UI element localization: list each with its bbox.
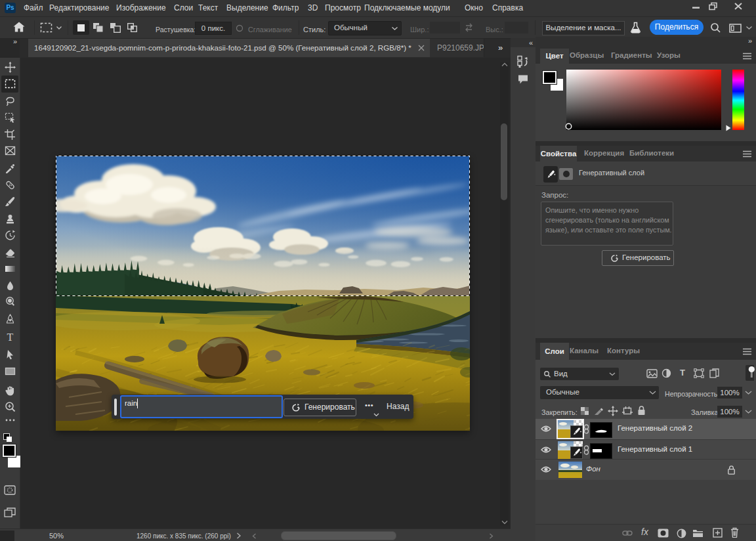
svg-text:T: T xyxy=(7,332,14,342)
